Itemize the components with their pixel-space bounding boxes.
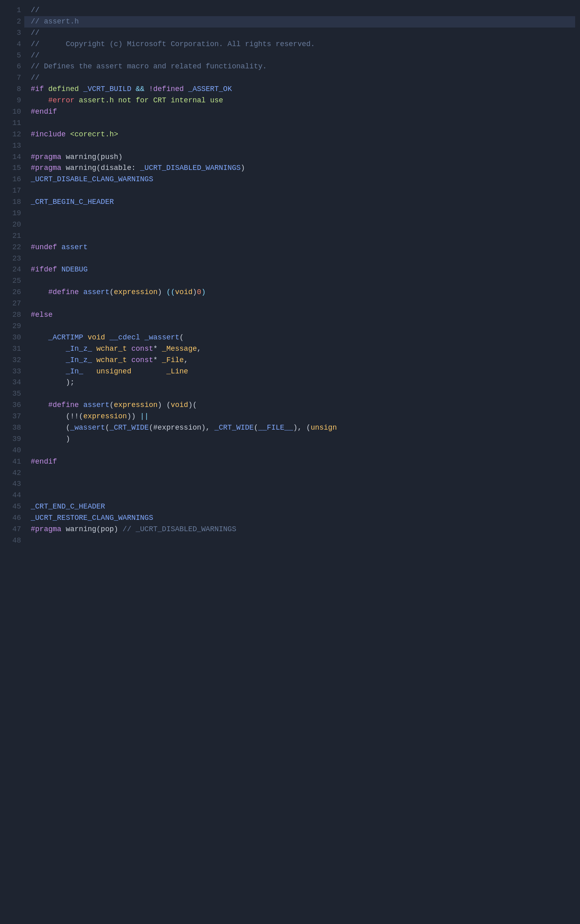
- plain-token: ): [31, 435, 70, 443]
- macro-name-token: defined: [48, 85, 79, 93]
- preprocessor-token: #pragma: [31, 525, 62, 533]
- code-line: _UCRT_DISABLE_CLANG_WARNINGS: [31, 174, 575, 185]
- line-number: 1: [5, 5, 21, 16]
- code-line: #define assert(expression) ((void)0): [31, 287, 575, 298]
- line-number: 9: [5, 95, 21, 106]
- code-line: [31, 298, 575, 309]
- macro-token: _CRT_END_C_HEADER: [31, 502, 105, 511]
- plain-token: [31, 333, 48, 341]
- line-number: 23: [5, 253, 21, 265]
- param-token: _Line: [166, 367, 188, 375]
- plain-token: ,: [197, 345, 202, 353]
- param-token: expression: [114, 288, 157, 296]
- line-number: 4: [5, 39, 21, 50]
- param-token: expression: [114, 401, 157, 409]
- code-line: [31, 219, 575, 231]
- line-number: 8: [5, 84, 21, 95]
- comment-token: // assert.h: [31, 17, 79, 25]
- code-line: [31, 479, 575, 490]
- comment-token: // _UCRT_DISABLED_WARNINGS: [123, 525, 236, 533]
- line-number: 42: [5, 468, 21, 479]
- function-token: _wassert: [70, 424, 105, 432]
- line-number: 37: [5, 411, 21, 422]
- plain-token: ): [193, 288, 197, 296]
- code-line: [31, 276, 575, 287]
- preprocessor-token: !defined: [149, 85, 184, 93]
- plain-token: (#expression),: [149, 424, 215, 432]
- line-number: 13: [5, 140, 21, 152]
- code-line: [31, 253, 575, 265]
- comment-token: //: [31, 29, 40, 37]
- code-line: #pragma warning(disable: _UCRT_DISABLED_…: [31, 163, 575, 174]
- line-number: 30: [5, 332, 21, 343]
- code-line: _UCRT_RESTORE_CLANG_WARNINGS: [31, 513, 575, 524]
- macro-token: __cdecl: [109, 333, 140, 341]
- line-number: 40: [5, 445, 21, 456]
- code-line: [31, 490, 575, 501]
- plain-token: [31, 288, 48, 296]
- preprocessor-token: #define: [48, 401, 79, 409]
- plain-token: [79, 288, 83, 296]
- plain-token: [131, 85, 136, 93]
- line-number: 12: [5, 129, 21, 140]
- code-line: #if defined _VCRT_BUILD && !defined _ASS…: [31, 84, 575, 95]
- code-line: [31, 535, 575, 547]
- line-number: 11: [5, 118, 21, 129]
- line-number: 28: [5, 309, 21, 321]
- macro-token: _CRT_WIDE: [215, 424, 254, 432]
- plain-token: )(: [188, 401, 197, 409]
- line-number: 31: [5, 343, 21, 355]
- line-number: 35: [5, 388, 21, 400]
- plain-token: ,: [184, 356, 188, 364]
- plain-token: [83, 333, 88, 341]
- plain-token: [140, 333, 144, 341]
- plain-token: [83, 367, 96, 375]
- preprocessor-token: #ifdef: [31, 265, 57, 273]
- line-number: 2: [5, 16, 21, 28]
- type-token: unsigned: [96, 367, 131, 375]
- preprocessor-token: #define: [48, 288, 79, 296]
- preprocessor-token: #if: [31, 85, 44, 93]
- macro-token: NDEBUG: [62, 265, 88, 273]
- preprocessor-token: #undef: [31, 243, 57, 251]
- code-line: [31, 231, 575, 242]
- plain-token: [57, 243, 62, 251]
- plain-token: [131, 367, 166, 375]
- line-number: 27: [5, 298, 21, 309]
- type-token: void: [175, 288, 193, 296]
- comment-token: //: [31, 51, 40, 59]
- code-area[interactable]: //// assert.h//// Copyright (c) Microsof…: [24, 0, 580, 924]
- code-line: _ACRTIMP void __cdecl _wassert(: [31, 332, 575, 343]
- line-number: 14: [5, 152, 21, 163]
- plain-token: [79, 401, 83, 409]
- code-line: // Copyright (c) Microsoft Corporation. …: [31, 39, 575, 50]
- code-editor: 1234567891011121314151617181920212223242…: [0, 0, 580, 924]
- macro-token: _UCRT_RESTORE_CLANG_WARNINGS: [31, 514, 153, 522]
- macro-token: _ACRTIMP: [48, 333, 83, 341]
- string-token: assert.h not for CRT internal use: [79, 96, 223, 104]
- plain-token: warning(disable:: [62, 164, 140, 172]
- comment-token: // Copyright (c) Microsoft Corporation. …: [31, 40, 315, 48]
- line-number: 26: [5, 287, 21, 298]
- line-number: 25: [5, 276, 21, 287]
- code-line: //: [31, 5, 575, 16]
- code-line: [31, 445, 575, 456]
- paren-token: ((: [166, 288, 175, 296]
- plain-token: (!!(: [31, 412, 83, 420]
- code-line: #pragma warning(pop) // _UCRT_DISABLED_W…: [31, 524, 575, 535]
- macro-token: _UCRT_DISABLED_WARNINGS: [140, 164, 240, 172]
- code-line: #include <corecrt.h>: [31, 129, 575, 140]
- plain-token: [31, 356, 66, 364]
- operator-token: &&: [136, 85, 144, 93]
- macro-token: _CRT_BEGIN_C_HEADER: [31, 198, 114, 206]
- plain-token: [57, 265, 62, 273]
- line-number: 36: [5, 400, 21, 411]
- type-token: unsign: [310, 424, 337, 432]
- line-number: 6: [5, 61, 21, 72]
- line-number: 44: [5, 490, 21, 501]
- code-line: #undef assert: [31, 242, 575, 253]
- plain-token: *: [153, 356, 162, 364]
- code-line: _In_z_ wchar_t const* _File,: [31, 355, 575, 366]
- code-line: [31, 185, 575, 197]
- comment-token: //: [31, 6, 40, 14]
